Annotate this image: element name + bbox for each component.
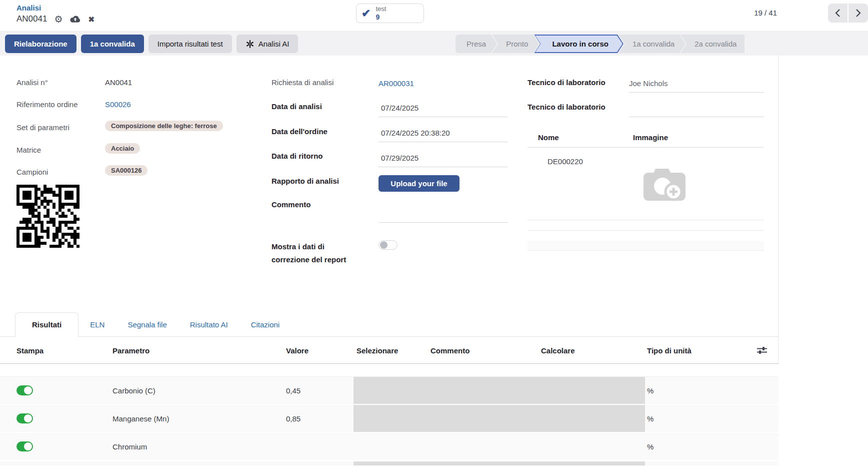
data-di-analisi-label: Data di analisi <box>272 102 322 111</box>
analisi-n-value: AN0041 <box>105 78 132 87</box>
equipment-row-nome[interactable]: DE000220 <box>548 157 583 166</box>
optional-columns-icon[interactable] <box>756 346 768 354</box>
riferimento-ordine-label: Riferimento ordine <box>16 100 78 109</box>
col-commento[interactable]: Commento <box>430 346 470 354</box>
table-row-manganese[interactable]: Manganese (Mn) 0,85 % <box>0 405 778 433</box>
data-di-analisi-input[interactable]: 07/24/2025 <box>381 104 418 112</box>
table-row-carbonio[interactable]: Carbonio (C) 0,45 % <box>0 377 778 405</box>
record-name: AN0041 <box>16 14 47 24</box>
camera-add-icon[interactable] <box>642 165 688 203</box>
check-icon: ✔ <box>362 8 370 19</box>
pager-previous-button[interactable] <box>828 4 848 23</box>
richiesta-di-analisi-link[interactable]: AR000031 <box>378 79 414 88</box>
riferimento-ordine-link[interactable]: S00026 <box>105 100 131 109</box>
data-dell-ordine-label: Data dell'ordine <box>272 127 328 136</box>
equipment-empty-row <box>528 241 764 251</box>
stat-button-test[interactable]: ✔ test 9 <box>356 4 424 23</box>
row-parametro[interactable]: Manganese (Mn) <box>112 414 169 423</box>
col-stampa[interactable]: Stampa <box>16 346 44 354</box>
table-row-partial[interactable] <box>0 461 778 466</box>
col-calcolare[interactable]: Calcolare <box>541 346 575 354</box>
control-panel: Rielaborazione 1a convalida Importa risu… <box>0 31 868 56</box>
top-bar: Analisi AN0041 ⚙ ✖ ✔ test 9 19 / 41 <box>0 0 868 31</box>
row-valore[interactable]: 0,85 <box>286 414 300 423</box>
equipment-col-nome: Nome <box>538 133 559 142</box>
col-valore[interactable]: Valore <box>286 346 308 354</box>
readonly-cells-block <box>354 377 645 404</box>
gpt-icon <box>246 40 254 49</box>
row-parametro[interactable]: Carbonio (C) <box>112 386 156 395</box>
commento-label: Commento <box>272 200 310 209</box>
cloud-upload-icon[interactable] <box>70 15 81 24</box>
tab-risultato-ai[interactable]: Risultato AI <box>178 313 240 336</box>
results-table-spacer <box>0 364 778 377</box>
col-tipo-di-unita[interactable]: Tipo di unità <box>647 346 692 354</box>
importa-risultati-test-button[interactable]: Importa risultati test <box>148 35 232 53</box>
stampa-toggle[interactable] <box>16 385 33 395</box>
statusbar-step-pronto[interactable]: Pronto <box>492 35 539 53</box>
readonly-cells-block <box>354 405 645 432</box>
statusbar-step-presa[interactable]: Presa <box>456 35 497 53</box>
equipment-col-immagine: Immagine <box>633 133 668 142</box>
results-table-header: Stampa Parametro Valore Selezionare Comm… <box>0 337 778 364</box>
prima-convalida-button[interactable]: 1a convalida <box>81 35 144 53</box>
row-tipo-di-unita[interactable]: % <box>647 414 654 423</box>
readonly-cells-block <box>354 461 645 465</box>
tecnico-1-input[interactable]: Joe Nichols <box>629 79 668 88</box>
matrice-label: Matrice <box>16 146 41 154</box>
analisi-ai-button[interactable]: Analisi AI <box>236 35 298 53</box>
breadcrumb: Analisi AN0041 ⚙ ✖ <box>16 4 94 24</box>
tecnico-2-label: Tecnico di laboratorio <box>528 103 606 111</box>
tab-risultati[interactable]: Risultati <box>15 312 78 337</box>
table-row-chromium[interactable]: Chromium % <box>0 433 778 461</box>
set-di-parametri-label: Set di parametri <box>16 123 70 132</box>
stampa-toggle[interactable] <box>16 441 33 451</box>
analisi-ai-label: Analisi AI <box>258 40 290 48</box>
mostra-correzione-label: Mostra i dati di correzione del report <box>272 240 364 267</box>
pager-next-button[interactable] <box>848 4 868 23</box>
campioni-label: Campioni <box>16 168 48 176</box>
gear-icon[interactable]: ⚙ <box>54 15 62 24</box>
richiesta-di-analisi-label: Richiesta di analisi <box>272 78 334 87</box>
statusbar-step-2a-convalida[interactable]: 2a convalida <box>680 35 744 53</box>
row-tipo-di-unita[interactable]: % <box>647 442 654 451</box>
tecnico-1-label: Tecnico di laboratorio <box>528 78 606 87</box>
notebook-tabs: Risultati ELN Segnala file Risultato AI … <box>0 310 778 337</box>
set-di-parametri-tag[interactable]: Composizione delle leghe: ferrose <box>105 121 223 131</box>
tab-segnala-file[interactable]: Segnala file <box>116 313 178 336</box>
col-parametro[interactable]: Parametro <box>112 346 150 354</box>
row-tipo-di-unita[interactable]: % <box>647 386 654 395</box>
matrice-tag[interactable]: Acciaio <box>105 143 140 154</box>
campioni-tag[interactable]: SA000126 <box>105 165 148 176</box>
close-icon[interactable]: ✖ <box>88 16 94 23</box>
tab-eln[interactable]: ELN <box>78 313 116 336</box>
row-valore[interactable]: 0,45 <box>286 386 300 395</box>
pager-counter: 19 / 41 <box>754 9 777 17</box>
col-selezionare[interactable]: Selezionare <box>356 346 398 354</box>
form-sheet: Analisi n° AN0041 Riferimento ordine S00… <box>0 56 778 464</box>
stampa-toggle[interactable] <box>16 413 33 423</box>
row-parametro[interactable]: Chromium <box>112 442 147 451</box>
statusbar: Presa Pronto Lavoro in corso 1a convalid… <box>456 35 778 53</box>
mostra-correzione-toggle[interactable] <box>378 240 398 250</box>
tab-citazioni[interactable]: Citazioni <box>240 313 292 336</box>
upload-file-button[interactable]: Upload your file <box>378 175 460 192</box>
rapporto-di-analisi-label: Rapporto di analisi <box>272 177 339 185</box>
data-di-ritorno-input[interactable]: 07/29/2025 <box>381 154 418 162</box>
stat-button-value: 9 <box>376 13 386 21</box>
qr-code <box>16 185 80 248</box>
statusbar-step-lavoro-in-corso[interactable]: Lavoro in corso <box>534 35 624 53</box>
analisi-n-label: Analisi n° <box>16 78 48 87</box>
rielaborazione-button[interactable]: Rielaborazione <box>5 35 76 53</box>
data-di-ritorno-label: Data di ritorno <box>272 152 323 160</box>
stat-button-label: test <box>376 6 386 13</box>
data-dell-ordine-input[interactable]: 07/24/2025 20:38:20 <box>381 129 450 137</box>
statusbar-step-1a-convalida[interactable]: 1a convalida <box>618 35 686 53</box>
breadcrumb-app-link[interactable]: Analisi <box>16 4 94 12</box>
